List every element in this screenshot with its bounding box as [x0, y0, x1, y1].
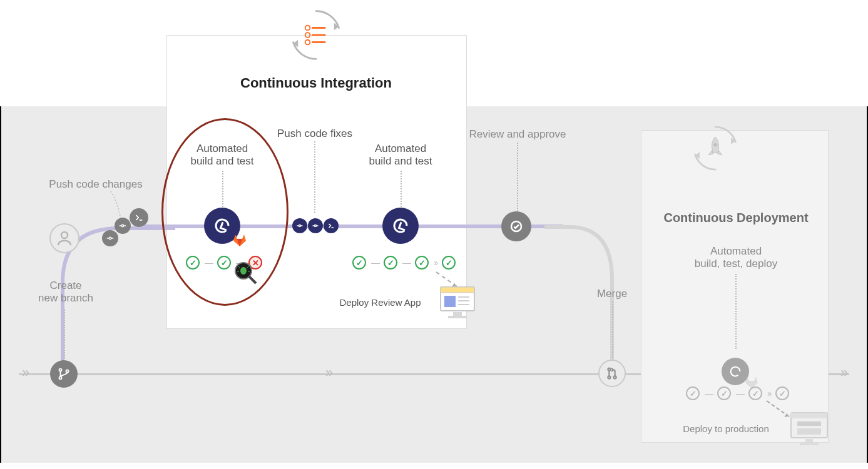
svg-point-47 — [614, 376, 616, 378]
label-create-branch: Create new branch — [31, 280, 100, 305]
cd-title: Continuous Deployment — [655, 210, 817, 225]
svg-point-11 — [61, 232, 68, 238]
git-commit-icon — [308, 218, 323, 233]
dotted-connector — [735, 274, 737, 349]
svg-rect-42 — [453, 312, 462, 316]
pipeline-run-3: ✓— ✓— ✓›› ✓ — [686, 386, 789, 400]
flow-chevron-icon: » — [325, 365, 330, 381]
git-commit-icon — [102, 230, 118, 246]
merge-curve — [544, 223, 632, 380]
svg-rect-52 — [805, 439, 813, 443]
terminal-icon — [130, 208, 148, 227]
svg-rect-49 — [791, 413, 827, 418]
pipeline-step-ok-icon: ✓ — [686, 386, 700, 400]
label-push-changes: Push code changes — [43, 178, 149, 191]
svg-point-46 — [608, 376, 610, 378]
label-merge: Merge — [590, 288, 634, 300]
dotted-connector — [401, 171, 402, 207]
highlight-oval — [161, 118, 288, 306]
label-review-approve: Review and approve — [461, 128, 574, 141]
label-auto-build-test-deploy: Automated build, test, deploy — [680, 245, 792, 271]
svg-rect-43 — [448, 316, 467, 318]
svg-point-13 — [59, 376, 61, 379]
pipeline-step-ok-icon: ✓ — [415, 256, 429, 270]
svg-point-10 — [713, 143, 717, 146]
monitor-production-icon — [789, 410, 830, 451]
label-push-fixes: Push code fixes — [265, 128, 365, 140]
dotted-connector — [314, 141, 315, 213]
flow-chevron-icon: » — [840, 365, 845, 381]
user-icon — [49, 223, 79, 253]
monitor-review-icon — [438, 285, 477, 323]
svg-point-18 — [121, 224, 124, 227]
svg-rect-53 — [800, 443, 819, 445]
pipeline-step-ok-icon: ✓ — [775, 386, 789, 400]
svg-rect-51 — [797, 428, 821, 435]
label-deploy-prod: Deploy to production — [663, 423, 789, 435]
svg-point-14 — [66, 370, 68, 372]
pipeline-step-ok-icon: ✓ — [442, 256, 456, 270]
pipeline-step-ok-icon: ✓ — [748, 386, 762, 400]
svg-point-12 — [59, 369, 61, 371]
pipeline-step-ok-icon: ✓ — [384, 256, 397, 270]
svg-point-29 — [299, 225, 301, 227]
dotted-connector — [517, 143, 518, 211]
svg-rect-38 — [444, 296, 456, 307]
git-commit-icon — [292, 218, 307, 233]
label-auto-build-test-2: Automated build and test — [360, 143, 441, 168]
dotted-connector — [612, 301, 613, 358]
check-badge-icon — [501, 211, 531, 241]
svg-rect-50 — [797, 421, 821, 426]
svg-point-32 — [315, 225, 317, 227]
rocket-cycle-icon — [687, 120, 743, 176]
svg-point-6 — [305, 40, 310, 45]
checklist-cycle-icon — [286, 5, 346, 65]
svg-point-45 — [608, 368, 610, 371]
git-commit-icon — [115, 218, 131, 234]
svg-point-4 — [305, 33, 310, 38]
pipeline-step-ok-icon: ✓ — [717, 386, 731, 400]
svg-rect-37 — [441, 287, 474, 293]
svg-point-15 — [109, 237, 111, 240]
pipeline-run-2: ✓— ✓— ✓›› ✓ — [352, 256, 456, 270]
terminal-icon — [324, 218, 339, 233]
svg-point-2 — [305, 26, 310, 31]
dotted-connector — [64, 310, 65, 358]
cycle-icon — [382, 208, 419, 244]
ci-title: Continuous Integration — [232, 75, 401, 91]
flow-chevron-icon: » — [22, 365, 27, 381]
pipeline-step-ok-icon: ✓ — [352, 256, 366, 270]
merge-request-icon — [598, 360, 626, 387]
label-deploy-review: Deploy Review App — [319, 297, 441, 308]
git-branch-icon — [50, 360, 78, 388]
